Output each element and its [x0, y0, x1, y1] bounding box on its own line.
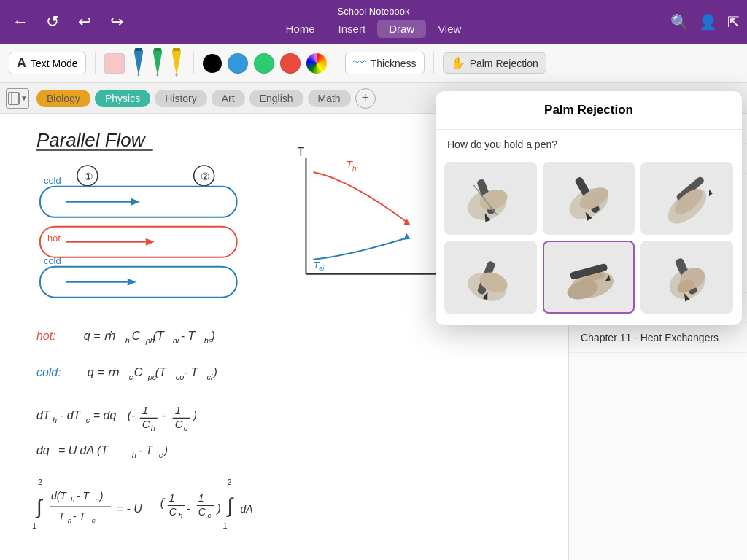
- popup-title: Palm Rejection: [436, 91, 742, 130]
- palm-rejection-button[interactable]: ✋ Palm Rejection: [443, 52, 546, 74]
- svg-text:cold: cold: [44, 175, 61, 186]
- text-mode-label: Text Mode: [31, 58, 78, 69]
- grip-item-5[interactable]: [543, 241, 635, 314]
- svg-text:hot: hot: [47, 233, 61, 244]
- grip-item-1[interactable]: [444, 162, 537, 235]
- grip-item-3[interactable]: [640, 162, 733, 235]
- svg-text:①: ①: [84, 171, 93, 182]
- svg-text:co: co: [176, 373, 185, 381]
- thickness-button[interactable]: 〰 Thickness: [345, 52, 425, 74]
- palm-icon: ✋: [451, 56, 465, 70]
- popup-subtitle: How do you hold a pen?: [436, 130, 742, 156]
- palm-rejection-popup: Palm Rejection How do you hold a pen?: [436, 91, 742, 325]
- tab-draw[interactable]: Draw: [377, 20, 426, 38]
- tab-art[interactable]: Art: [212, 90, 245, 107]
- nav-tabs: Home Insert Draw View: [274, 20, 473, 38]
- svg-text:1: 1: [175, 404, 181, 416]
- tab-history[interactable]: History: [155, 90, 207, 107]
- grip-svg-4: [449, 244, 532, 310]
- svg-text:h: h: [68, 516, 72, 524]
- text-a-icon: A: [17, 55, 26, 71]
- top-bar: ← ↺ ↩ ↪ School Notebook Home Insert Draw…: [0, 0, 747, 44]
- svg-text:c: c: [184, 424, 188, 432]
- search-icon[interactable]: 🔍: [670, 13, 689, 31]
- svg-text:): ): [163, 444, 168, 456]
- svg-text:h: h: [53, 416, 57, 424]
- svg-marker-27: [146, 238, 155, 246]
- svg-text:h: h: [125, 336, 130, 345]
- svg-text:②: ②: [201, 171, 210, 182]
- svg-text:- T: - T: [139, 444, 154, 456]
- tab-english[interactable]: English: [249, 90, 303, 107]
- divider-2: [193, 52, 194, 74]
- svg-text:-: -: [187, 502, 190, 515]
- tab-view[interactable]: View: [426, 20, 473, 38]
- svg-text:- T: - T: [181, 330, 196, 342]
- add-tab-button[interactable]: +: [355, 88, 376, 109]
- svg-text:c: c: [159, 451, 163, 459]
- back-icon[interactable]: ←: [7, 9, 34, 35]
- color-picker[interactable]: [306, 53, 327, 74]
- text-mode-button[interactable]: A Text Mode: [9, 52, 86, 74]
- palm-rejection-label: Palm Rejection: [470, 58, 538, 69]
- svg-rect-6: [154, 48, 161, 51]
- svg-text:(: (: [160, 497, 166, 509]
- tab-biology[interactable]: Biology: [36, 90, 90, 107]
- grip-svg-1: [449, 166, 532, 231]
- divider-1: [95, 52, 96, 74]
- pen-yellow[interactable]: [169, 47, 185, 80]
- text-mode-section: A Text Mode: [9, 52, 86, 74]
- svg-marker-8: [172, 52, 181, 76]
- sidebar-item-7[interactable]: Chapter 11 - Heat Exchangers: [569, 323, 747, 353]
- svg-text:c: c: [96, 496, 99, 504]
- svg-text:): ): [192, 409, 197, 421]
- svg-text:cold:: cold:: [36, 366, 61, 378]
- toolbar: A Text Mode: [0, 44, 747, 83]
- svg-text:h: h: [179, 511, 183, 519]
- divider-4: [433, 52, 434, 74]
- svg-text:1: 1: [169, 492, 175, 504]
- notebook-icon[interactable]: ▼: [6, 88, 29, 109]
- svg-marker-11: [175, 74, 178, 77]
- svg-text:ci: ci: [207, 373, 213, 381]
- tab-physics[interactable]: Physics: [95, 90, 150, 107]
- svg-text:Parallel    Flow: Parallel Flow: [36, 129, 147, 151]
- color-green[interactable]: [254, 53, 274, 74]
- svg-text:dq: dq: [36, 444, 50, 456]
- grip-item-2[interactable]: [543, 162, 635, 235]
- tab-home[interactable]: Home: [274, 20, 327, 38]
- svg-text:- dT: - dT: [60, 409, 82, 421]
- expand-icon[interactable]: ⇱: [727, 13, 740, 31]
- svg-text:C: C: [142, 418, 150, 430]
- account-icon[interactable]: 👤: [699, 13, 717, 31]
- tab-insert[interactable]: Insert: [327, 20, 378, 38]
- svg-text:dT: dT: [36, 409, 51, 421]
- svg-text:(T: (T: [153, 330, 165, 342]
- color-black[interactable]: [203, 54, 222, 73]
- undo-icon[interactable]: ↩: [71, 9, 98, 35]
- svg-text:= - U: = - U: [117, 502, 143, 515]
- grip-svg-2: [547, 166, 630, 231]
- pen-blue[interactable]: [131, 47, 147, 80]
- tab-math[interactable]: Math: [308, 90, 351, 107]
- svg-text:C: C: [132, 330, 141, 342]
- app-title: School Notebook: [337, 6, 409, 17]
- color-blue[interactable]: [228, 53, 248, 74]
- pen-green[interactable]: [150, 47, 166, 80]
- svg-marker-3: [137, 74, 140, 77]
- home-icon[interactable]: ↺: [39, 9, 66, 35]
- svg-text:C: C: [175, 418, 183, 430]
- color-red[interactable]: [280, 53, 301, 74]
- svg-text:- T: - T: [184, 366, 199, 378]
- svg-rect-10: [173, 48, 180, 51]
- svg-marker-7: [156, 74, 159, 77]
- svg-marker-37: [403, 233, 410, 240]
- grip-item-4[interactable]: [444, 241, 537, 314]
- svg-text:h: h: [132, 451, 136, 459]
- svg-rect-2: [135, 48, 142, 51]
- grip-item-6[interactable]: [640, 241, 733, 314]
- svg-text:q = ṁ: q = ṁ: [84, 330, 115, 342]
- redo-icon[interactable]: ↪: [104, 9, 130, 35]
- svg-text:): ): [216, 502, 221, 515]
- color-swatch-pink[interactable]: [104, 53, 125, 74]
